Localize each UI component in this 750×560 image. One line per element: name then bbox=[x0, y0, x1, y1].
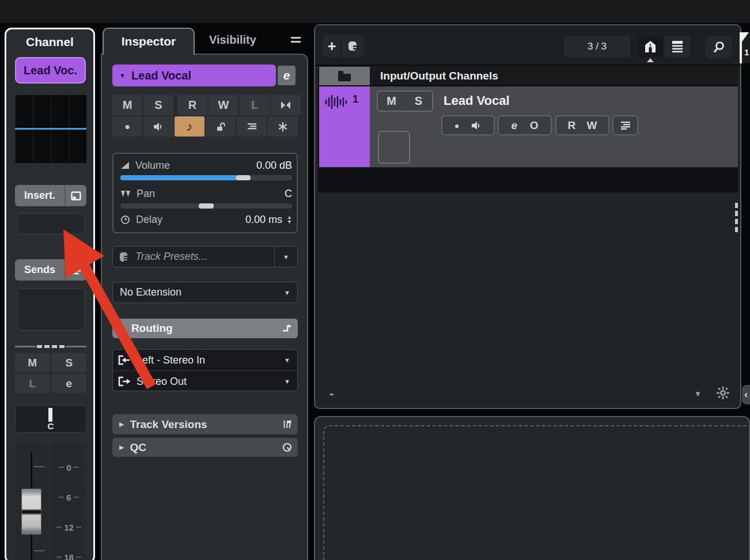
mute-button[interactable]: M bbox=[15, 353, 50, 372]
solo-button[interactable]: S bbox=[405, 92, 432, 111]
mute-button[interactable]: M bbox=[378, 92, 405, 111]
qc-section-header[interactable]: ▶ QC bbox=[112, 438, 298, 457]
solo-button[interactable]: S bbox=[143, 95, 173, 115]
track-presets-dropdown[interactable]: Track Presets... ▼ bbox=[112, 246, 298, 267]
tab-visibility[interactable]: Visibility bbox=[209, 33, 256, 47]
list-icon bbox=[672, 40, 683, 53]
scale-12: 12 bbox=[64, 523, 74, 532]
add-track-group: + bbox=[323, 35, 364, 57]
record-enable-icon[interactable]: ● bbox=[454, 121, 459, 130]
folder-icon bbox=[338, 70, 351, 82]
edit-channel-button[interactable]: e bbox=[512, 119, 518, 132]
mute-button[interactable]: M bbox=[112, 95, 142, 115]
extension-label: No Extension bbox=[120, 286, 181, 298]
panel-resize-handle[interactable] bbox=[735, 203, 738, 235]
volume-icon bbox=[120, 161, 130, 169]
sends-button[interactable]: Sends bbox=[15, 259, 86, 281]
record-monitor-group: ● bbox=[441, 115, 495, 135]
edit-channel-settings-button[interactable]: e bbox=[278, 66, 296, 85]
automation-group: R W bbox=[555, 115, 609, 135]
inserts-button[interactable]: Insert. bbox=[15, 185, 86, 206]
track-picture-placeholder[interactable] bbox=[378, 131, 410, 164]
track-visibility-list-button[interactable] bbox=[665, 36, 690, 57]
channel-state-buttons: M S L e bbox=[15, 353, 86, 393]
delay-clock-icon bbox=[120, 215, 130, 225]
track-preset-icon bbox=[119, 252, 130, 262]
track-row-lead-vocal[interactable]: 1 M S Lead Vocal ● e O R W bbox=[319, 86, 738, 168]
fader-tick bbox=[34, 550, 44, 551]
track-name-dropdown[interactable]: ▼ Lead Vocal bbox=[112, 65, 276, 86]
channel-track-button[interactable]: Lead Voc. bbox=[15, 57, 86, 84]
input-routing-row[interactable]: Left - Stereo In ▼ bbox=[113, 350, 297, 370]
show-lanes-button[interactable] bbox=[612, 115, 638, 135]
record-enable-icon[interactable]: ● bbox=[112, 116, 142, 137]
listen-button[interactable]: L bbox=[240, 95, 270, 115]
inspector-buttons-row2: ● ♪ bbox=[112, 116, 299, 137]
lock-icon[interactable] bbox=[206, 116, 236, 137]
collapse-icon: ▶ bbox=[119, 421, 124, 428]
track-counter: 3 / 3 bbox=[564, 36, 630, 57]
channel-pan-control[interactable]: C bbox=[15, 405, 86, 433]
show-lanes-icon[interactable] bbox=[237, 116, 267, 137]
hub-popup-notch bbox=[647, 58, 654, 62]
monitor-icon[interactable] bbox=[471, 121, 482, 130]
asterisk-icon[interactable] bbox=[268, 116, 298, 137]
read-automation-button[interactable]: R bbox=[177, 95, 207, 115]
extension-dropdown[interactable]: No Extension ▼ bbox=[112, 282, 298, 303]
zoom-out-control[interactable]: - bbox=[329, 386, 334, 401]
sends-monitor-icon[interactable] bbox=[66, 259, 86, 281]
insert-window-icon[interactable] bbox=[66, 185, 86, 206]
fader-scale: 0 6 12 18 bbox=[51, 442, 86, 560]
folder-cell[interactable] bbox=[319, 67, 370, 85]
hub-button[interactable] bbox=[638, 36, 663, 57]
inspector-menu-icon[interactable] bbox=[291, 37, 301, 45]
io-channels-title: Input/Output Channels bbox=[380, 70, 498, 82]
musical-timebase-icon[interactable]: ♪ bbox=[175, 116, 204, 137]
add-track-button[interactable]: + bbox=[323, 35, 342, 57]
tab-inspector[interactable]: Inspector bbox=[103, 28, 195, 55]
edit-channel-button[interactable]: e bbox=[52, 374, 87, 393]
output-routing-row[interactable]: Stereo Out ▼ bbox=[113, 371, 297, 392]
delay-value[interactable]: 0.00 ms bbox=[245, 214, 282, 226]
panel-collapse-button[interactable]: ‹ bbox=[742, 385, 750, 404]
pan-slider[interactable] bbox=[120, 203, 292, 209]
track-list-settings-button[interactable] bbox=[716, 386, 730, 402]
ruler-bar-number: 1 bbox=[744, 47, 749, 57]
insert-slot-empty[interactable] bbox=[17, 213, 85, 234]
read-automation-button[interactable]: R bbox=[567, 119, 575, 132]
channel-fader[interactable] bbox=[15, 442, 48, 560]
track-scale-arrow[interactable]: ▼ bbox=[694, 389, 702, 398]
track-presets-label: Track Presets... bbox=[135, 251, 207, 263]
track-versions-section-header[interactable]: ▶ Track Versions bbox=[112, 414, 298, 434]
track-color-strip[interactable]: 1 bbox=[319, 86, 370, 167]
io-channels-folder-row[interactable]: Input/Output Channels bbox=[319, 67, 738, 86]
scale-6: 6 bbox=[66, 493, 71, 502]
presets-arrow[interactable]: ▼ bbox=[275, 253, 297, 260]
pan-value[interactable]: C bbox=[285, 188, 292, 200]
volume-slider[interactable] bbox=[120, 175, 292, 180]
solo-button[interactable]: S bbox=[52, 353, 87, 372]
search-icon bbox=[713, 41, 725, 54]
fader-handle[interactable] bbox=[21, 489, 41, 535]
write-automation-button[interactable]: W bbox=[587, 119, 597, 132]
delay-spinner[interactable]: ▲▼ bbox=[287, 215, 292, 224]
use-track-preset-button[interactable] bbox=[342, 35, 364, 57]
listen-button[interactable]: L bbox=[15, 374, 50, 393]
monitor-icon[interactable] bbox=[143, 116, 173, 137]
drop-zone-dashed-area[interactable] bbox=[323, 425, 750, 560]
channel-section-divider[interactable] bbox=[15, 345, 86, 348]
volume-value[interactable]: 0.00 dB bbox=[256, 160, 292, 172]
search-tracks-button[interactable] bbox=[705, 36, 732, 58]
gear-icon bbox=[716, 386, 730, 400]
routing-label: Routing bbox=[131, 322, 173, 335]
auto-fades-icon[interactable] bbox=[271, 95, 301, 115]
inspector-panel: ▼ Lead Vocal e M S R W L ● ♪ bbox=[101, 54, 308, 560]
sends-slot-empty[interactable] bbox=[17, 288, 85, 331]
freeze-button[interactable]: O bbox=[530, 119, 539, 132]
channel-meter bbox=[15, 95, 86, 163]
write-automation-button[interactable]: W bbox=[209, 95, 238, 115]
track-list-panel: + 3 / 3 Input/Output C bbox=[314, 24, 741, 409]
routing-section-header[interactable]: ▼ Routing bbox=[112, 319, 298, 338]
track-number: 1 bbox=[353, 93, 358, 105]
cubase-window: Channel Lead Voc. Insert. Sends M S L e bbox=[0, 0, 750, 560]
